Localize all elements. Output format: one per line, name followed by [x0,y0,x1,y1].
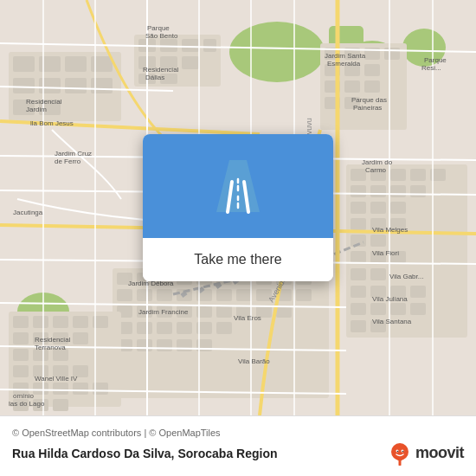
svg-rect-68 [351,303,366,315]
svg-text:Jardim: Jardim [26,106,47,113]
svg-text:Jacutinga: Jacutinga [13,209,43,216]
svg-rect-87 [157,289,172,301]
svg-rect-133 [33,383,48,395]
svg-text:omínio: omínio [13,392,35,400]
svg-rect-106 [157,322,172,334]
svg-text:Vila Santana: Vila Santana [372,318,412,325]
svg-text:Resi...: Resi... [421,64,441,72]
svg-point-215 [402,450,404,452]
svg-text:Residencial: Residencial [143,66,179,74]
svg-text:Carmo: Carmo [365,166,387,174]
svg-rect-105 [137,322,152,334]
svg-rect-52 [370,202,386,214]
svg-rect-35 [364,64,380,76]
moovit-logo: moovit [388,441,464,466]
svg-rect-63 [370,268,386,280]
svg-rect-22 [203,39,216,52]
svg-text:Wanel Ville IV: Wanel Ville IV [35,375,78,383]
svg-rect-135 [73,383,88,395]
svg-point-1 [229,22,325,82]
svg-text:Terranova: Terranova [35,344,66,351]
svg-rect-67 [410,286,426,298]
road-direction-icon [203,151,273,221]
svg-rect-25 [182,56,199,69]
svg-text:Jardim do: Jardim do [362,158,393,166]
svg-rect-121 [13,332,29,344]
svg-text:Jardim Santa: Jardim Santa [325,52,366,60]
svg-rect-90 [216,289,232,301]
svg-rect-50 [410,185,426,197]
svg-rect-47 [351,185,366,197]
svg-rect-113 [177,339,192,351]
svg-rect-109 [216,322,232,334]
moovit-brand-text: moovit [415,444,464,462]
svg-rect-69 [370,303,386,315]
svg-rect-59 [351,251,366,263]
svg-line-140 [182,293,186,296]
svg-text:las do Lago: las do Lago [9,400,45,408]
svg-text:Vila Melges: Vila Melges [372,226,408,234]
svg-text:Dállas: Dállas [145,74,164,81]
svg-rect-53 [390,202,406,214]
svg-rect-58 [370,235,386,247]
svg-rect-134 [53,383,68,395]
svg-rect-12 [13,78,35,93]
svg-rect-13 [39,78,61,93]
svg-rect-51 [351,202,366,214]
svg-rect-48 [370,185,386,197]
svg-rect-86 [137,289,152,301]
svg-rect-112 [157,339,172,351]
bottom-info-bar: © OpenStreetMap contributors | © OpenMap… [0,415,476,476]
svg-rect-111 [137,339,152,351]
svg-rect-91 [236,289,252,301]
svg-text:de Ferro: de Ferro [55,158,81,165]
svg-point-214 [397,450,399,452]
svg-text:Parque: Parque [424,56,447,64]
svg-rect-72 [351,320,366,332]
svg-rect-8 [13,56,35,72]
moovit-icon [388,441,412,466]
svg-text:Vila Fiori: Vila Fiori [372,249,399,257]
svg-rect-125 [13,349,29,361]
svg-text:Vila Eros: Vila Eros [234,314,261,322]
take-me-there-button[interactable]: Take me there [143,238,333,281]
svg-rect-44 [390,169,406,181]
svg-rect-42 [351,169,366,181]
svg-rect-116 [13,316,29,328]
svg-text:Parque das: Parque das [351,96,387,104]
svg-text:Jardim Cruz: Jardim Cruz [55,150,92,158]
svg-rect-94 [296,289,312,301]
svg-rect-21 [182,39,199,52]
location-row: Rua Hilda Cardoso Da Silva, Sorocaba Reg… [0,440,476,469]
svg-rect-117 [33,316,48,328]
svg-text:Jardim Francine: Jardim Francine [138,308,189,316]
map-container: Residencial Jardim lla Bom Jesus Parque … [0,0,476,415]
svg-rect-62 [351,268,366,280]
svg-rect-10 [65,56,87,72]
svg-rect-139 [53,399,68,411]
svg-rect-100 [216,306,232,318]
svg-rect-71 [410,303,426,315]
svg-rect-85 [117,289,132,301]
svg-text:Vila Juliana: Vila Juliana [372,295,408,303]
map-attribution: © OpenStreetMap contributors | © OpenMap… [0,424,476,440]
location-overlay-card: Take me there [143,134,333,281]
svg-rect-11 [91,56,113,72]
svg-text:Residencial: Residencial [35,336,71,344]
svg-rect-54 [351,218,366,230]
svg-rect-128 [13,365,29,377]
svg-text:Residencial: Residencial [26,98,62,106]
svg-rect-118 [53,316,68,328]
svg-rect-70 [390,303,406,315]
svg-text:São Bento: São Bento [145,32,178,40]
svg-rect-38 [364,80,380,93]
svg-rect-45 [410,169,426,181]
svg-rect-15 [91,78,113,93]
svg-text:Parque: Parque [147,24,170,32]
svg-rect-49 [390,185,406,197]
svg-text:Vila Barão: Vila Barão [238,357,270,365]
svg-point-211 [393,445,407,459]
card-icon-area [143,134,333,238]
svg-rect-9 [39,56,61,72]
svg-rect-32 [384,48,400,60]
